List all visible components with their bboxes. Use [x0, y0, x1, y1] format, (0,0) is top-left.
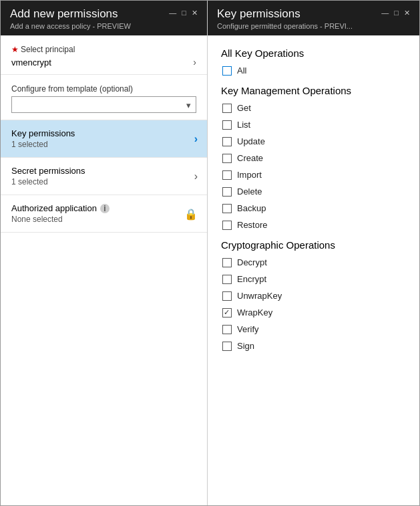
info-icon: i — [100, 204, 110, 213]
checkbox-verify[interactable] — [222, 325, 232, 334]
checkbox-import-label[interactable]: Import — [237, 170, 262, 180]
checkbox-all-label[interactable]: All — [237, 66, 246, 76]
nav-item-secret-permissions-title: Secret permissions — [11, 166, 196, 176]
checkbox-decrypt-label[interactable]: Decrypt — [237, 257, 267, 267]
left-panel-header: Add new permissions Add a new access pol… — [1, 1, 207, 35]
nav-item-key-permissions[interactable]: Key permissions 1 selected › — [1, 120, 207, 158]
checkbox-list[interactable] — [222, 120, 232, 130]
key-management-heading: Key Management Operations — [221, 85, 406, 96]
checkbox-row-sign: Sign — [221, 341, 406, 351]
checkbox-row-update: Update — [221, 136, 406, 146]
nav-item-key-permissions-arrow-icon: › — [194, 133, 198, 145]
checkbox-verify-label[interactable]: Verify — [237, 324, 259, 334]
main-container: Add new permissions Add a new access pol… — [0, 0, 420, 506]
nav-item-authorized-application-sub: None selected — [11, 215, 196, 224]
checkbox-row-decrypt: Decrypt — [221, 257, 406, 267]
checkbox-row-restore: Restore — [221, 220, 406, 230]
checkbox-row-all: All — [221, 66, 406, 76]
checkbox-row-backup: Backup — [221, 203, 406, 213]
checkbox-get[interactable] — [222, 104, 232, 113]
checkbox-restore[interactable] — [222, 221, 232, 230]
principal-value: vmencrypt — [11, 57, 51, 68]
required-star: ★ — [11, 45, 19, 54]
checkbox-row-unwrapkey: UnwrapKey — [221, 291, 406, 301]
left-maximize-button[interactable]: □ — [182, 9, 186, 17]
left-panel-title: Add new permissions — [10, 7, 131, 21]
crypto-heading: Cryptographic Operations — [221, 239, 406, 251]
left-win-controls: — □ ✕ — [169, 9, 198, 17]
checkbox-row-create: Create — [221, 153, 406, 163]
crypto-section: Cryptographic Operations Decrypt Encrypt… — [221, 239, 406, 351]
principal-chevron-right-icon: › — [193, 57, 196, 68]
right-panel-subtitle: Configure permitted operations - PREVI..… — [217, 22, 353, 30]
checkbox-encrypt-label[interactable]: Encrypt — [237, 274, 266, 284]
checkbox-all[interactable] — [222, 66, 232, 76]
checkbox-row-list: List — [221, 120, 406, 130]
nav-item-authorized-application[interactable]: Authorized application i None selected 🔒 — [1, 195, 207, 233]
checkbox-encrypt[interactable] — [222, 275, 232, 284]
template-select[interactable] — [11, 96, 196, 113]
checkbox-update-label[interactable]: Update — [237, 136, 265, 146]
template-label: Configure from template (optional) — [11, 84, 196, 94]
right-minimize-button[interactable]: — — [381, 9, 389, 17]
checkbox-import[interactable] — [222, 170, 232, 180]
key-management-section: Key Management Operations Get List Updat… — [221, 85, 406, 230]
nav-item-key-permissions-sub: 1 selected — [11, 140, 196, 149]
nav-item-secret-permissions-arrow-icon: › — [194, 170, 198, 182]
checkbox-restore-label[interactable]: Restore — [237, 220, 268, 230]
checkbox-delete-label[interactable]: Delete — [237, 186, 262, 197]
right-panel-body: All Key Operations All Key Management Op… — [208, 35, 419, 505]
all-key-operations-section: All Key Operations All — [221, 47, 406, 76]
checkbox-update[interactable] — [222, 137, 232, 146]
checkbox-row-wrapkey: WrapKey — [221, 307, 406, 318]
checkbox-get-label[interactable]: Get — [237, 103, 251, 113]
checkbox-sign-label[interactable]: Sign — [237, 341, 254, 351]
right-close-button[interactable]: ✕ — [404, 9, 410, 17]
checkbox-delete[interactable] — [222, 187, 232, 197]
lock-icon: 🔒 — [184, 207, 198, 220]
checkbox-wrapkey[interactable] — [222, 308, 232, 318]
all-key-operations-heading: All Key Operations — [221, 47, 406, 59]
principal-section: ★Select principal vmencrypt › — [1, 35, 207, 75]
checkbox-row-import: Import — [221, 170, 406, 180]
principal-label: ★Select principal — [11, 45, 196, 54]
right-win-controls: — □ ✕ — [381, 9, 410, 17]
left-panel-subtitle: Add a new access policy - PREVIEW — [10, 22, 131, 30]
checkbox-decrypt[interactable] — [222, 258, 232, 267]
checkbox-create[interactable] — [222, 154, 232, 163]
checkbox-wrapkey-label[interactable]: WrapKey — [237, 307, 272, 318]
checkbox-row-get: Get — [221, 103, 406, 113]
principal-value-row[interactable]: vmencrypt › — [11, 57, 196, 68]
checkbox-row-delete: Delete — [221, 186, 406, 197]
nav-item-secret-permissions[interactable]: Secret permissions 1 selected › — [1, 158, 207, 195]
checkbox-row-encrypt: Encrypt — [221, 274, 406, 284]
template-select-wrapper — [11, 96, 196, 113]
right-maximize-button[interactable]: □ — [394, 9, 399, 17]
checkbox-list-label[interactable]: List — [237, 120, 250, 130]
nav-item-key-permissions-title: Key permissions — [11, 128, 196, 138]
checkbox-backup-label[interactable]: Backup — [237, 203, 266, 213]
checkbox-unwrapkey-label[interactable]: UnwrapKey — [237, 291, 282, 301]
nav-item-secret-permissions-sub: 1 selected — [11, 177, 196, 186]
checkbox-backup[interactable] — [222, 204, 232, 213]
left-minimize-button[interactable]: — — [169, 9, 176, 17]
checkbox-row-verify: Verify — [221, 324, 406, 334]
left-panel-body: ★Select principal vmencrypt › Configure … — [1, 35, 207, 505]
right-panel: Key permissions Configure permitted oper… — [208, 1, 419, 505]
left-panel: Add new permissions Add a new access pol… — [1, 1, 208, 505]
nav-item-authorized-application-title: Authorized application — [11, 203, 97, 213]
template-section: Configure from template (optional) — [1, 75, 207, 120]
checkbox-sign[interactable] — [222, 342, 232, 351]
checkbox-create-label[interactable]: Create — [237, 153, 263, 163]
left-close-button[interactable]: ✕ — [192, 9, 198, 17]
checkbox-unwrapkey[interactable] — [222, 291, 232, 301]
right-panel-title: Key permissions — [217, 7, 353, 21]
right-panel-header: Key permissions Configure permitted oper… — [208, 1, 419, 35]
